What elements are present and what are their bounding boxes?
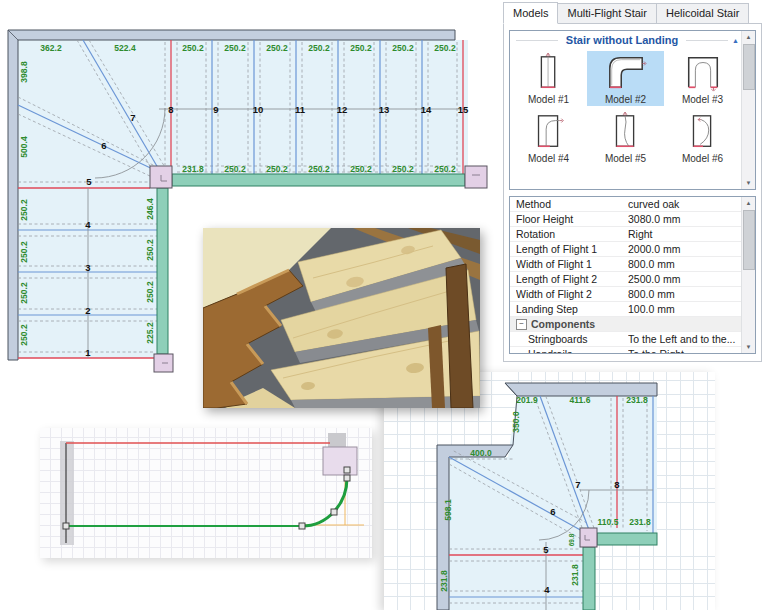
svg-text:231.8: 231.8 xyxy=(182,164,204,174)
tab-models[interactable]: Models xyxy=(503,2,558,24)
collapse-minus-icon[interactable]: − xyxy=(516,319,527,330)
svg-text:250.2: 250.2 xyxy=(392,164,414,174)
model-item-5[interactable]: Model #5 xyxy=(587,110,664,165)
property-row[interactable]: Rotation Right xyxy=(510,227,741,242)
svg-text:250.2: 250.2 xyxy=(19,282,29,304)
svg-text:231.8: 231.8 xyxy=(439,570,449,592)
svg-text:250.2: 250.2 xyxy=(182,43,204,53)
svg-text:2: 2 xyxy=(85,305,90,316)
svg-text:250.2: 250.2 xyxy=(266,43,288,53)
model-item-1[interactable]: Model #1 xyxy=(510,51,587,106)
svg-text:250.2: 250.2 xyxy=(224,43,246,53)
svg-text:7: 7 xyxy=(130,112,135,123)
scrollbar-thumb[interactable] xyxy=(743,44,755,90)
svg-text:250.2: 250.2 xyxy=(308,164,330,174)
svg-text:11: 11 xyxy=(295,104,306,115)
scroll-down-icon[interactable]: ▼ xyxy=(742,177,755,189)
svg-text:201.9: 201.9 xyxy=(516,395,538,405)
svg-text:250.2: 250.2 xyxy=(350,43,372,53)
model-item-6[interactable]: Model #6 xyxy=(664,110,741,165)
svg-text:250.2: 250.2 xyxy=(434,43,456,53)
render-3d-view[interactable] xyxy=(203,228,480,408)
property-row[interactable]: Stringboards To the Left and to the... xyxy=(510,332,741,347)
newel-post-elevation[interactable] xyxy=(323,447,357,475)
property-row[interactable]: Floor Height 3080.0 mm xyxy=(510,212,741,227)
property-row[interactable]: Length of Flight 1 2000.0 mm xyxy=(510,242,741,257)
stair-area xyxy=(449,396,657,610)
property-row[interactable]: Landing Step 100.0 mm xyxy=(510,302,741,317)
stair-tool-panel: Models Multi-Flight Stair Helicoidal Sta… xyxy=(503,2,762,362)
svg-text:250.2: 250.2 xyxy=(350,164,372,174)
properties-scrollbar[interactable]: ▲ ▼ xyxy=(741,197,755,353)
svg-text:1: 1 xyxy=(85,347,91,358)
svg-text:6: 6 xyxy=(550,506,555,517)
svg-text:231.8: 231.8 xyxy=(629,517,651,527)
svg-text:8: 8 xyxy=(168,104,173,115)
models-scrollbar[interactable]: ▲ ▼ xyxy=(741,31,755,189)
model-4-icon xyxy=(526,112,572,152)
tab-content: Stair without Landing ▲ Model #1 xyxy=(503,23,762,362)
svg-text:4: 4 xyxy=(85,219,91,230)
models-group-title: Stair without Landing xyxy=(558,34,686,46)
svg-text:522.4: 522.4 xyxy=(114,43,136,53)
svg-text:69.8: 69.8 xyxy=(568,533,575,546)
header-rule-left xyxy=(516,40,558,41)
svg-text:3: 3 xyxy=(85,262,90,273)
path-handles[interactable] xyxy=(63,467,350,529)
svg-text:231.8: 231.8 xyxy=(626,395,648,405)
app-canvas: 362.2 522.4 250.2 250.2 250.2 250.2 250.… xyxy=(0,0,768,610)
tab-helicoidal-stair[interactable]: Helicoidal Stair xyxy=(656,3,749,24)
svg-text:250.2: 250.2 xyxy=(145,239,155,261)
svg-text:500.4: 500.4 xyxy=(19,136,29,158)
svg-text:250.2: 250.2 xyxy=(19,324,29,346)
svg-text:250.2: 250.2 xyxy=(224,164,246,174)
scroll-up-icon[interactable]: ▲ xyxy=(742,197,755,209)
property-row[interactable]: Handrails To the Right xyxy=(510,347,741,354)
svg-text:250.2: 250.2 xyxy=(308,43,330,53)
property-row[interactable]: Width of Flight 2 800.0 mm xyxy=(510,287,741,302)
svg-text:5: 5 xyxy=(86,176,92,187)
tab-multi-flight-stair[interactable]: Multi-Flight Stair xyxy=(557,3,656,24)
svg-text:13: 13 xyxy=(379,104,390,115)
svg-text:6: 6 xyxy=(101,140,106,151)
svg-text:4: 4 xyxy=(544,584,550,595)
collapse-chevron-icon[interactable]: ▲ xyxy=(732,37,739,44)
svg-text:400.0: 400.0 xyxy=(470,448,492,458)
model-item-4[interactable]: Model #4 xyxy=(510,110,587,165)
model-3-icon xyxy=(680,53,726,93)
svg-text:12: 12 xyxy=(337,104,348,115)
guide-lines-orange xyxy=(302,480,364,525)
svg-text:246.4: 246.4 xyxy=(145,198,155,220)
property-row[interactable]: Length of Flight 2 2500.0 mm xyxy=(510,272,741,287)
handrail-arc[interactable] xyxy=(302,478,347,526)
svg-text:5: 5 xyxy=(543,544,549,555)
model-6-icon xyxy=(680,112,726,152)
svg-text:9: 9 xyxy=(213,104,218,115)
property-row[interactable]: Method curved oak xyxy=(510,197,741,212)
scrollbar-thumb[interactable] xyxy=(743,210,755,270)
svg-text:225.2: 225.2 xyxy=(145,322,155,344)
svg-text:250.2: 250.2 xyxy=(19,199,29,221)
model-5-icon xyxy=(603,112,649,152)
scroll-up-icon[interactable]: ▲ xyxy=(742,31,755,43)
svg-text:10: 10 xyxy=(253,104,264,115)
tab-bar: Models Multi-Flight Stair Helicoidal Sta… xyxy=(503,2,762,24)
svg-text:250.2: 250.2 xyxy=(434,164,456,174)
models-group-header[interactable]: Stair without Landing ▲ xyxy=(510,31,755,49)
model-item-2[interactable]: Model #2 xyxy=(587,51,664,106)
svg-text:598.1: 598.1 xyxy=(443,499,453,521)
scroll-down-icon[interactable]: ▼ xyxy=(742,341,755,353)
model-1-icon xyxy=(526,53,572,93)
svg-text:362.2: 362.2 xyxy=(40,43,62,53)
handrail-path-editor[interactable] xyxy=(40,428,372,558)
svg-text:231.8: 231.8 xyxy=(570,564,580,586)
svg-text:250.2: 250.2 xyxy=(145,281,155,303)
properties-grid: Method curved oak Floor Height 3080.0 mm… xyxy=(509,196,756,354)
svg-text:250.2: 250.2 xyxy=(392,43,414,53)
newel-post[interactable] xyxy=(580,528,597,547)
model-2-icon xyxy=(603,53,649,93)
property-row[interactable]: Width of Flight 1 800.0 mm xyxy=(510,257,741,272)
property-group-components[interactable]: − Components xyxy=(510,317,741,332)
svg-text:350.0: 350.0 xyxy=(511,411,521,433)
model-item-3[interactable]: Model #3 xyxy=(664,51,741,106)
